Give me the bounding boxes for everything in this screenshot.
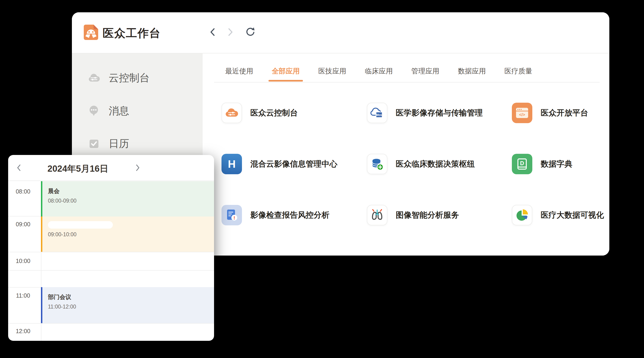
app-label: 医众云控制台: [250, 108, 298, 118]
hour-label: 10:00: [8, 258, 38, 264]
calendar-day-view: 2024年5月16日 晨会 08:00-09:00 09:00-10:: [8, 155, 214, 341]
calendar-date-title: 2024年5月16日: [29, 163, 127, 175]
letter-h-tile-icon: H: [222, 154, 242, 174]
app-label: 混合云影像信息管理中心: [250, 159, 337, 169]
app-label: 数据字典: [541, 159, 572, 169]
app-report-risk-analysis[interactable]: ! 影像检查报告风控分析: [222, 205, 367, 225]
cloud-settings-icon: [88, 72, 100, 84]
tab-recently-used[interactable]: 最近使用: [225, 66, 253, 76]
chevron-right-icon: [136, 164, 140, 172]
tab-bar: 最近使用 全部应用 医技应用 临床应用 管理应用 数据应用 医疗质量: [214, 53, 600, 82]
event-title: 晨会: [48, 187, 214, 195]
chevron-right-icon: [228, 27, 234, 37]
refresh-icon: [245, 27, 256, 37]
nav-forward-button[interactable]: [224, 25, 237, 38]
nav-refresh-button[interactable]: [244, 25, 257, 38]
app-data-dictionary[interactable]: D 数据字典: [512, 154, 609, 174]
app-grid: 医众云控制台 Mos 医学影像存储与传输管理: [222, 103, 609, 225]
sidebar-item-label: 云控制台: [109, 71, 150, 85]
app-label: 医众开放平台: [541, 108, 588, 118]
app-label: 医众临床数据决策枢纽: [396, 159, 475, 169]
tab-medical-quality[interactable]: 医疗质量: [504, 66, 532, 76]
sidebar-item-label: 消息: [109, 104, 129, 118]
alert-mark: !: [234, 215, 235, 220]
desktop-background: 医众工作台: [0, 0, 644, 358]
lungs-icon: [367, 205, 388, 225]
hour-label: 09:00: [8, 221, 38, 228]
message-icon: [88, 105, 100, 117]
app-image-storage-transfer[interactable]: Mos 医学影像存储与传输管理: [367, 103, 512, 123]
app-big-data-visualization[interactable]: 医疗大数据可视化: [512, 205, 609, 225]
chevron-left-icon: [210, 27, 216, 37]
tile-letter: D: [520, 160, 524, 166]
sidebar-item-cloud-console[interactable]: 云控制台: [88, 71, 150, 85]
pie-chart-icon: [512, 205, 532, 225]
app-label: 图像智能分析服务: [396, 210, 459, 220]
hour-label: 08:00: [8, 188, 38, 195]
page-title: 医众工作台: [102, 26, 161, 41]
app-cloud-console[interactable]: 医众云控制台: [222, 103, 367, 123]
mos-badge: Mos: [376, 113, 382, 117]
tab-management-apps[interactable]: 管理应用: [411, 66, 439, 76]
tab-medtech-apps[interactable]: 医技应用: [318, 66, 346, 76]
app-hybrid-cloud-imaging-center[interactable]: H 混合云影像信息管理中心: [222, 154, 367, 174]
report-alert-icon: !: [222, 205, 242, 225]
nav-back-button[interactable]: [206, 25, 219, 38]
app-label: 医疗大数据可视化: [541, 210, 604, 220]
window-header: 医众工作台: [72, 12, 609, 53]
hour-label: 11:00: [8, 292, 38, 299]
code-glyph: </>: [519, 112, 525, 117]
app-logo-icon: [83, 24, 99, 40]
blue-cloud-icon: Mos: [367, 103, 388, 123]
tab-data-apps[interactable]: 数据应用: [458, 66, 486, 76]
app-clinical-data-hub[interactable]: 医众临床数据决策枢纽: [367, 154, 512, 174]
hour-gridline: [8, 323, 214, 324]
calendar-prev-day-button[interactable]: [14, 163, 24, 172]
calendar-event-redacted[interactable]: 09:00-10:00: [41, 216, 214, 252]
half-hour-gridline: [8, 270, 214, 271]
calendar-next-day-button[interactable]: [133, 163, 142, 172]
sidebar-item-messages[interactable]: 消息: [88, 104, 129, 118]
sidebar-item-calendar[interactable]: 日历: [88, 137, 129, 151]
calendar-event-department-meeting[interactable]: 部门会议 11:00-12:00: [41, 287, 214, 323]
tab-all-apps[interactable]: 全部应用: [272, 66, 300, 76]
dictionary-book-icon: D: [512, 154, 532, 174]
app-image-ai-analysis[interactable]: 图像智能分析服务: [367, 205, 512, 225]
app-label: 影像检查报告风控分析: [250, 210, 330, 220]
database-plus-icon: [367, 154, 388, 174]
calendar-header: 2024年5月16日: [8, 155, 214, 181]
calendar-event-morning-meeting[interactable]: 晨会 08:00-09:00: [41, 181, 214, 216]
hour-label: 12:00: [8, 328, 38, 335]
event-time: 08:00-09:00: [48, 198, 214, 204]
tile-letter: H: [228, 158, 236, 170]
calendar-body: 晨会 08:00-09:00 09:00-10:00 部门会议 11:00-12…: [8, 180, 214, 341]
chevron-left-icon: [16, 164, 21, 172]
event-time: 11:00-12:00: [48, 304, 214, 310]
event-time: 09:00-10:00: [48, 231, 214, 238]
hour-gridline: [8, 252, 214, 252]
sidebar-item-label: 日历: [109, 137, 129, 151]
code-window-icon: </>: [512, 103, 532, 123]
event-title: 部门会议: [48, 293, 214, 301]
app-open-platform[interactable]: </> 医众开放平台: [512, 103, 609, 123]
event-title-redacted-pill: [48, 221, 113, 229]
tab-clinical-apps[interactable]: 临床应用: [365, 66, 393, 76]
orange-cloud-sliders-icon: [222, 103, 242, 123]
main-content: 最近使用 全部应用 医技应用 临床应用 管理应用 数据应用 医疗质量: [203, 53, 609, 256]
app-label: 医学影像存储与传输管理: [396, 108, 483, 118]
calendar-icon: [88, 138, 100, 150]
